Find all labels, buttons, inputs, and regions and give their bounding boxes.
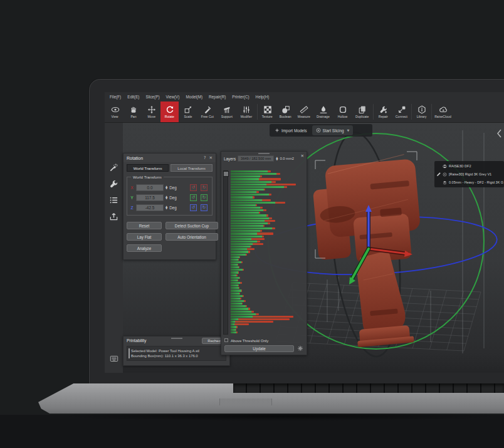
- toolbar-texture[interactable]: Texture: [258, 102, 276, 122]
- histogram-bar: [231, 243, 305, 245]
- layer-area-value: 0.0 mm2: [280, 157, 294, 160]
- toolbar-support[interactable]: Support: [218, 102, 236, 122]
- menu-item-printerc[interactable]: Printer(C): [232, 95, 249, 99]
- histogram-bar: [231, 284, 305, 286]
- tab-world-transform[interactable]: World Transform: [127, 164, 169, 172]
- toolbar-duplicate[interactable]: Duplicate: [352, 102, 372, 122]
- axis-x-spinner[interactable]: ▲▼: [165, 185, 167, 190]
- toolbar-label: Free Cut: [201, 115, 213, 118]
- reset-button[interactable]: Reset: [127, 222, 162, 229]
- toolbar-hollow[interactable]: Hollow: [333, 102, 352, 122]
- rotate-y-ccw-button[interactable]: ↺: [190, 194, 197, 201]
- printer-name: RAISE3D DF2: [449, 164, 471, 168]
- toolbar-repair[interactable]: Repair: [374, 102, 392, 122]
- layer-range-spinner[interactable]: ▲▼: [276, 157, 278, 161]
- histogram-bar: [231, 199, 305, 201]
- main-toolbar: ViewPanMoveRotateScaleFree CutSupportMod…: [105, 102, 504, 123]
- layers-panel: Layers 3649 / 182.500 mm ▲▼ 0.0 mm2 ✕ Ab…: [221, 151, 307, 355]
- help-button[interactable]: ?: [204, 155, 206, 160]
- printability-panel: Printability Recheck Selected Model: Pow…: [123, 336, 230, 366]
- layer-range-slider[interactable]: [223, 170, 228, 335]
- toolbar-move[interactable]: Move: [142, 102, 160, 122]
- detect-suction-cup-button[interactable]: Detect Suction Cup: [165, 222, 218, 229]
- axis-y-input[interactable]: 117.5: [136, 194, 164, 201]
- list-icon: [109, 195, 118, 205]
- menu-item-helph[interactable]: Help(H): [256, 95, 270, 99]
- tab-local-transform[interactable]: Local Transform: [171, 164, 213, 172]
- model-3d[interactable]: [311, 154, 431, 350]
- rotate-y-cw-button[interactable]: ↻: [201, 194, 207, 201]
- axis-x-input[interactable]: 0.0: [136, 184, 164, 191]
- support-icon: [223, 105, 231, 114]
- toolbar-library[interactable]: Library: [412, 102, 431, 122]
- axis-y-spinner[interactable]: ▲▼: [165, 195, 167, 200]
- menu-item-slicep[interactable]: Slice(P): [145, 95, 159, 99]
- rotate-x-cw-button[interactable]: ↻: [201, 184, 207, 191]
- play-circle-icon: [316, 128, 321, 133]
- histogram-bar: [231, 241, 305, 242]
- start-slicing-button[interactable]: Start Slicing ▼: [312, 125, 354, 135]
- histogram-bar: [231, 230, 305, 232]
- console-icon[interactable]: [108, 353, 120, 363]
- rotate-z-cw-button[interactable]: ↻: [201, 204, 207, 211]
- axis-z-spinner[interactable]: ▲▼: [165, 206, 167, 210]
- measure-icon: [300, 105, 308, 114]
- toolbar-raisecloud[interactable]: RaiseCloud: [433, 102, 453, 122]
- histogram-bar: [231, 308, 305, 310]
- update-button[interactable]: Update: [224, 345, 294, 352]
- toolbar-modifier[interactable]: Modifier: [236, 102, 256, 122]
- histogram-bar: [231, 251, 305, 253]
- toolbar-free-cut[interactable]: Free Cut: [197, 102, 218, 122]
- histogram-bar: [231, 287, 305, 289]
- toolbar-measure[interactable]: Measure: [295, 102, 313, 122]
- toolbar-separator: [373, 104, 374, 120]
- auto-orientation-button[interactable]: Auto Orientation: [165, 233, 218, 241]
- rotate-z-ccw-button[interactable]: ↺: [190, 204, 197, 211]
- menu-item-filef[interactable]: File(F): [110, 95, 121, 99]
- toolbar-view[interactable]: View: [106, 102, 124, 122]
- above-threshold-checkbox[interactable]: [224, 338, 228, 342]
- histogram-bar: [231, 289, 305, 291]
- printer-icon: [443, 164, 447, 169]
- histogram-bar: [231, 212, 305, 214]
- close-icon[interactable]: ✕: [209, 155, 213, 160]
- menu-item-repairr[interactable]: Repair(R): [209, 95, 226, 99]
- import-models-button[interactable]: Import Models: [270, 124, 312, 137]
- lay-flat-button[interactable]: Lay Flat: [127, 233, 162, 241]
- laptop-lid-notch: [219, 399, 272, 405]
- axis-y-label: Y: [130, 195, 134, 200]
- histogram-bar: [231, 295, 305, 297]
- menu-item-viewv[interactable]: View(V): [165, 95, 179, 99]
- slider-handle[interactable]: [223, 171, 229, 177]
- close-icon[interactable]: ✕: [301, 154, 304, 159]
- histogram-bar: [231, 184, 305, 185]
- toolbar-drainage[interactable]: Drainage: [313, 102, 333, 122]
- toolbar-scale[interactable]: Scale: [179, 102, 197, 122]
- toolbar-label: Texture: [262, 115, 273, 118]
- dock-auto-tools[interactable]: [105, 159, 123, 175]
- analyze-button[interactable]: Analyze: [127, 244, 162, 252]
- menu-item-edite[interactable]: Edit(E): [127, 95, 139, 99]
- dock-model-list[interactable]: [105, 192, 123, 208]
- gear-icon[interactable]: [297, 345, 303, 352]
- printer-info-overlay[interactable]: RAISE3D DF2 [Raise3D] Rigid 3K Grey V1 0…: [434, 161, 504, 187]
- histogram-bar: [231, 266, 305, 268]
- menu-item-modelm[interactable]: Model(M): [186, 95, 202, 99]
- panel-collapse-chevron[interactable]: [496, 128, 502, 141]
- edit-pencil-icon[interactable]: [434, 172, 443, 177]
- printability-info: Selected Model: Power Tool Housing A.stl…: [127, 346, 226, 361]
- dock-settings[interactable]: [105, 175, 123, 192]
- axis-z-input[interactable]: -42.5: [136, 204, 164, 211]
- rotation-panel-header[interactable]: Rotation ? ✕: [123, 154, 216, 162]
- layer-range-input[interactable]: 3649 / 182.500 mm: [238, 155, 274, 162]
- toolbar-separator: [431, 104, 432, 120]
- toolbar-connect[interactable]: Connect: [392, 102, 411, 122]
- toolbar-pan[interactable]: Pan: [124, 102, 142, 122]
- rotate-x-ccw-button[interactable]: ↺: [190, 184, 197, 191]
- axis-y-unit: Deg: [169, 195, 188, 200]
- chevron-down-icon[interactable]: ▼: [347, 128, 350, 132]
- toolbar-rotate[interactable]: Rotate: [160, 102, 179, 122]
- histogram-bar: [231, 181, 305, 183]
- dock-export[interactable]: [105, 208, 123, 224]
- toolbar-boolean[interactable]: Boolean: [276, 102, 295, 122]
